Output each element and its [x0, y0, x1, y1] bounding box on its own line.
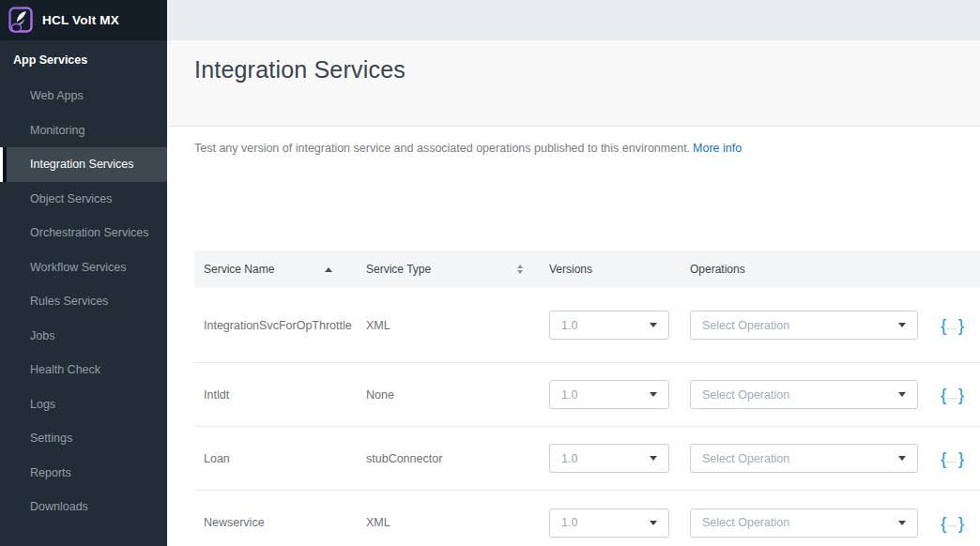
sidebar-item-workflow-services[interactable]: Workflow Services: [0, 250, 167, 285]
title-band: Integration Services: [167, 40, 980, 127]
integration-services-table: Service Name Service Type Versions Opera…: [194, 250, 980, 546]
operation-select[interactable]: Select Operation: [690, 444, 918, 473]
logo-bar: HCL Volt MX: [0, 0, 167, 40]
volt-mx-logo-icon: [8, 7, 34, 34]
column-header-service-name[interactable]: Service Name: [204, 263, 366, 276]
service-name: Loan: [204, 452, 366, 465]
sidebar-item-web-apps[interactable]: Web Apps: [0, 79, 167, 114]
column-label: Service Type: [366, 263, 431, 276]
operation-placeholder: Select Operation: [702, 452, 789, 465]
sidebar-item-integration-services[interactable]: Integration Services: [0, 147, 167, 182]
operation-placeholder: Select Operation: [702, 319, 789, 332]
sidebar-item-monitoring[interactable]: Monitoring: [0, 114, 167, 148]
sidebar-item-reports[interactable]: Reports: [0, 456, 167, 491]
view-json-braces-icon[interactable]: {...}: [941, 514, 964, 532]
caret-down-icon: [650, 521, 657, 525]
service-name: Newservice: [204, 516, 366, 529]
page-title: Integration Services: [167, 40, 980, 83]
page-description: Test any version of integration service …: [194, 141, 980, 156]
selected-version: 1.0: [561, 516, 577, 529]
selected-version: 1.0: [561, 388, 577, 402]
service-type: XML: [366, 516, 549, 529]
view-json-braces-icon[interactable]: {...}: [941, 316, 964, 334]
caret-down-icon: [898, 323, 906, 327]
version-select[interactable]: 1.0: [549, 311, 669, 340]
caret-down-icon: [650, 392, 657, 397]
sidebar-item-logs[interactable]: Logs: [0, 387, 167, 422]
caret-down-icon: [898, 456, 906, 461]
sort-ascending-icon: [325, 267, 332, 272]
sort-unsorted-icon: [517, 265, 523, 274]
sidebar-item-orchestration-services[interactable]: Orchestration Services: [0, 216, 167, 250]
caret-down-icon: [650, 323, 657, 327]
operation-placeholder: Select Operation: [702, 516, 789, 529]
caret-down-icon: [898, 392, 906, 397]
column-header-versions: Versions: [549, 263, 690, 276]
sidebar-item-object-services[interactable]: Object Services: [0, 182, 167, 217]
table-row: Loan stubConnector 1.0 Select Operation …: [194, 427, 980, 491]
selected-version: 1.0: [561, 319, 577, 332]
top-strip: [167, 0, 980, 40]
sidebar: HCL Volt MX App Services Web Apps Monito…: [0, 0, 167, 546]
table-row: Newservice XML 1.0 Select Operation {...…: [194, 491, 980, 546]
service-name: IntegrationSvcForOpThrottle: [204, 319, 366, 332]
view-json-braces-icon[interactable]: {...}: [941, 449, 964, 467]
version-select[interactable]: 1.0: [549, 508, 669, 538]
table-header-row: Service Name Service Type Versions Opera…: [194, 250, 980, 288]
version-select[interactable]: 1.0: [549, 444, 669, 473]
sidebar-nav: Web Apps Monitoring Integration Services…: [0, 79, 167, 524]
sidebar-item-rules-services[interactable]: Rules Services: [0, 284, 167, 319]
sidebar-item-jobs[interactable]: Jobs: [0, 319, 167, 354]
brand-title: HCL Volt MX: [42, 13, 119, 27]
operation-select[interactable]: Select Operation: [690, 508, 918, 538]
column-header-service-type[interactable]: Service Type: [366, 263, 549, 276]
table-row: Intldt None 1.0 Select Operation {...}: [194, 363, 980, 427]
operation-placeholder: Select Operation: [702, 388, 789, 402]
selected-version: 1.0: [561, 452, 577, 465]
sidebar-item-downloads[interactable]: Downloads: [0, 490, 167, 524]
operation-select[interactable]: Select Operation: [690, 380, 918, 409]
sidebar-item-settings[interactable]: Settings: [0, 421, 167, 456]
service-name: Intldt: [204, 388, 366, 402]
main-content: Integration Services Test any version of…: [167, 0, 980, 546]
sidebar-item-health-check[interactable]: Health Check: [0, 353, 167, 387]
more-info-link[interactable]: More info: [693, 142, 742, 155]
service-type: stubConnector: [366, 452, 549, 465]
view-json-braces-icon[interactable]: {...}: [941, 386, 964, 403]
table-row: IntegrationSvcForOpThrottle XML 1.0 Sele…: [194, 288, 980, 363]
column-header-operations: Operations: [690, 263, 925, 276]
app-root: HCL Volt MX App Services Web Apps Monito…: [0, 0, 980, 546]
caret-down-icon: [650, 456, 657, 461]
column-label: Service Name: [204, 263, 274, 276]
service-type: None: [366, 388, 549, 402]
caret-down-icon: [898, 521, 906, 525]
operation-select[interactable]: Select Operation: [690, 311, 918, 340]
description-text: Test any version of integration service …: [194, 142, 690, 155]
service-type: XML: [366, 319, 549, 332]
version-select[interactable]: 1.0: [549, 380, 669, 409]
sidebar-section-label: App Services: [0, 40, 167, 79]
